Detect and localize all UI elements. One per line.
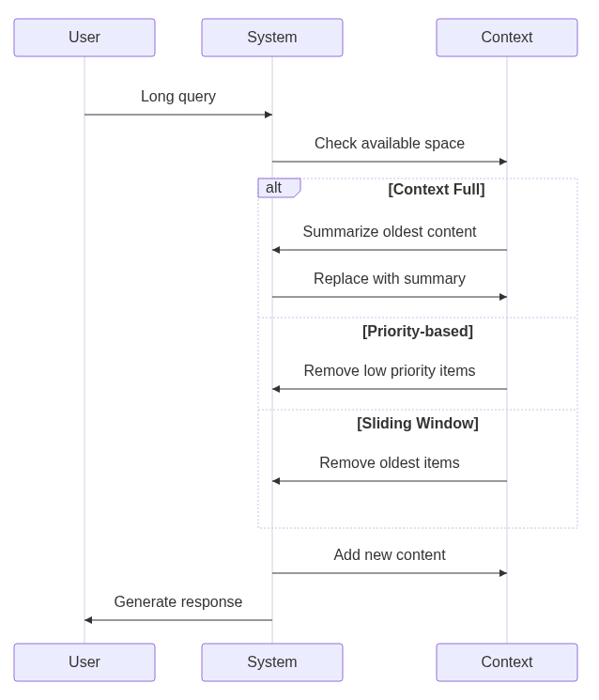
alt-keyword: alt <box>266 179 282 195</box>
msg-remove-priority-label: Remove low priority items <box>303 363 475 379</box>
alt-cond-1: [Context Full] <box>388 181 484 197</box>
actor-context-label-bottom: Context <box>481 654 533 670</box>
actor-user-label-bottom: User <box>69 654 100 670</box>
actor-context-top: Context <box>437 19 577 56</box>
msg-remove-oldest-label: Remove oldest items <box>319 455 459 471</box>
msg-summarize-label: Summarize oldest content <box>303 224 478 240</box>
actor-user-label: User <box>69 29 100 45</box>
msg-add-content-label: Add new content <box>333 547 446 563</box>
actor-user-top: User <box>14 19 155 56</box>
msg-generate-response-label: Generate response <box>115 594 243 610</box>
msg-replace-label: Replace with summary <box>314 271 466 287</box>
alt-cond-3: [Sliding Window] <box>357 415 479 431</box>
actor-system-label-bottom: System <box>247 654 297 670</box>
actor-user-bottom: User <box>14 644 155 681</box>
sequence-diagram: User System Context Long query Check ava… <box>0 0 599 700</box>
actor-context-bottom: Context <box>437 644 577 681</box>
actor-system-top: System <box>202 19 343 56</box>
actor-system-label: System <box>247 29 297 45</box>
msg-long-query-label: Long query <box>141 88 216 104</box>
actor-system-bottom: System <box>202 644 343 681</box>
msg-check-space-label: Check available space <box>315 135 465 151</box>
actor-context-label: Context <box>481 29 533 45</box>
alt-cond-2: [Priority-based] <box>362 323 473 339</box>
